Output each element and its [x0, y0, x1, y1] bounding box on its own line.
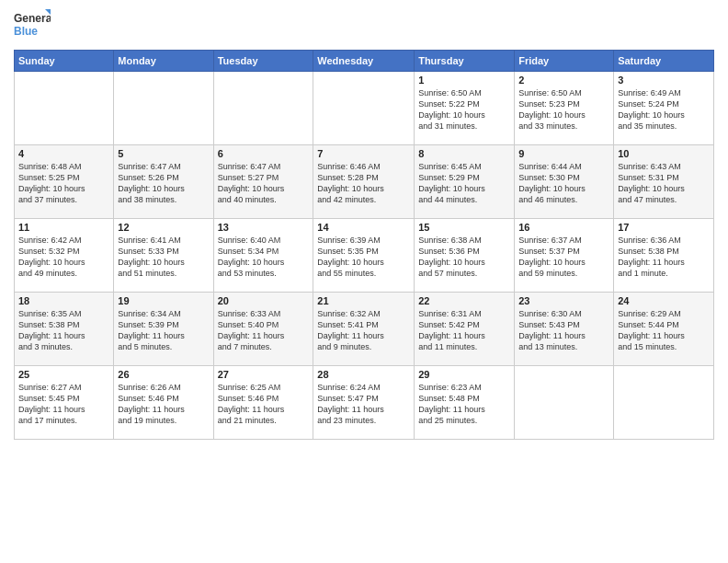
day-number: 20	[218, 295, 310, 306]
cell-5-3: 27Sunrise: 6:25 AM Sunset: 5:46 PM Dayli…	[213, 366, 313, 440]
cell-5-2: 26Sunrise: 6:26 AM Sunset: 5:46 PM Dayli…	[114, 366, 213, 440]
cell-4-2: 19Sunrise: 6:34 AM Sunset: 5:39 PM Dayli…	[114, 293, 213, 366]
cell-2-2: 5Sunrise: 6:47 AM Sunset: 5:26 PM Daylig…	[114, 145, 213, 219]
cell-5-1: 25Sunrise: 6:27 AM Sunset: 5:45 PM Dayli…	[15, 366, 114, 440]
week-row-5: 25Sunrise: 6:27 AM Sunset: 5:45 PM Dayli…	[15, 366, 714, 440]
cell-2-7: 10Sunrise: 6:43 AM Sunset: 5:31 PM Dayli…	[614, 145, 714, 219]
day-info: Sunrise: 6:39 AM Sunset: 5:35 PM Dayligh…	[317, 235, 410, 280]
day-info: Sunrise: 6:29 AM Sunset: 5:44 PM Dayligh…	[618, 308, 710, 353]
day-number: 28	[317, 369, 410, 380]
day-number: 18	[18, 295, 109, 306]
day-number: 24	[618, 295, 710, 306]
cell-1-2	[114, 72, 213, 145]
cell-1-7: 3Sunrise: 6:49 AM Sunset: 5:24 PM Daylig…	[614, 72, 714, 145]
day-info: Sunrise: 6:30 AM Sunset: 5:43 PM Dayligh…	[518, 308, 609, 353]
cell-4-3: 20Sunrise: 6:33 AM Sunset: 5:40 PM Dayli…	[213, 293, 313, 366]
day-number: 9	[518, 148, 609, 159]
day-info: Sunrise: 6:36 AM Sunset: 5:38 PM Dayligh…	[618, 235, 710, 280]
day-number: 5	[118, 148, 209, 159]
cell-3-3: 13Sunrise: 6:40 AM Sunset: 5:34 PM Dayli…	[213, 219, 313, 293]
cell-3-2: 12Sunrise: 6:41 AM Sunset: 5:33 PM Dayli…	[114, 219, 213, 293]
svg-text:Blue: Blue	[14, 25, 38, 38]
day-info: Sunrise: 6:44 AM Sunset: 5:30 PM Dayligh…	[518, 161, 609, 206]
logo-svg: General Blue	[14, 9, 51, 42]
cell-2-1: 4Sunrise: 6:48 AM Sunset: 5:25 PM Daylig…	[15, 145, 114, 219]
day-info: Sunrise: 6:25 AM Sunset: 5:46 PM Dayligh…	[218, 382, 310, 427]
day-number: 11	[18, 222, 109, 233]
cell-4-6: 23Sunrise: 6:30 AM Sunset: 5:43 PM Dayli…	[515, 293, 614, 366]
day-info: Sunrise: 6:33 AM Sunset: 5:40 PM Dayligh…	[218, 308, 310, 353]
page: General Blue SundayMondayTuesdayWednesda…	[0, 0, 728, 563]
day-number: 22	[418, 295, 510, 306]
cell-5-4: 28Sunrise: 6:24 AM Sunset: 5:47 PM Dayli…	[313, 366, 415, 440]
day-info: Sunrise: 6:26 AM Sunset: 5:46 PM Dayligh…	[118, 382, 209, 427]
cell-3-6: 16Sunrise: 6:37 AM Sunset: 5:37 PM Dayli…	[515, 219, 614, 293]
day-number: 21	[317, 295, 410, 306]
calendar: SundayMondayTuesdayWednesdayThursdayFrid…	[14, 50, 714, 440]
day-info: Sunrise: 6:35 AM Sunset: 5:38 PM Dayligh…	[18, 308, 109, 353]
day-number: 1	[418, 75, 510, 86]
cell-5-7	[614, 366, 714, 440]
day-number: 8	[418, 148, 510, 159]
day-number: 15	[418, 222, 510, 233]
header-thursday: Thursday	[415, 51, 515, 72]
week-row-1: 1Sunrise: 6:50 AM Sunset: 5:22 PM Daylig…	[15, 72, 714, 145]
day-number: 2	[518, 75, 609, 86]
day-info: Sunrise: 6:31 AM Sunset: 5:42 PM Dayligh…	[418, 308, 510, 353]
day-info: Sunrise: 6:46 AM Sunset: 5:28 PM Dayligh…	[317, 161, 410, 206]
day-number: 3	[618, 75, 710, 86]
day-info: Sunrise: 6:37 AM Sunset: 5:37 PM Dayligh…	[518, 235, 609, 280]
day-number: 26	[118, 369, 209, 380]
cell-1-3	[213, 72, 313, 145]
day-info: Sunrise: 6:48 AM Sunset: 5:25 PM Dayligh…	[18, 161, 109, 206]
svg-text:General: General	[14, 12, 51, 25]
day-info: Sunrise: 6:43 AM Sunset: 5:31 PM Dayligh…	[618, 161, 710, 206]
day-info: Sunrise: 6:40 AM Sunset: 5:34 PM Dayligh…	[218, 235, 310, 280]
day-info: Sunrise: 6:38 AM Sunset: 5:36 PM Dayligh…	[418, 235, 510, 280]
header-monday: Monday	[114, 51, 213, 72]
day-info: Sunrise: 6:23 AM Sunset: 5:48 PM Dayligh…	[418, 382, 510, 427]
cell-5-5: 29Sunrise: 6:23 AM Sunset: 5:48 PM Dayli…	[415, 366, 515, 440]
day-number: 19	[118, 295, 209, 306]
cell-3-4: 14Sunrise: 6:39 AM Sunset: 5:35 PM Dayli…	[313, 219, 415, 293]
cell-3-1: 11Sunrise: 6:42 AM Sunset: 5:32 PM Dayli…	[15, 219, 114, 293]
cell-3-7: 17Sunrise: 6:36 AM Sunset: 5:38 PM Dayli…	[614, 219, 714, 293]
day-number: 4	[18, 148, 109, 159]
day-info: Sunrise: 6:50 AM Sunset: 5:23 PM Dayligh…	[518, 87, 609, 132]
header-sunday: Sunday	[15, 51, 114, 72]
day-number: 23	[518, 295, 609, 306]
day-number: 25	[18, 369, 109, 380]
cell-5-6	[515, 366, 614, 440]
header: General Blue	[14, 9, 714, 42]
day-info: Sunrise: 6:49 AM Sunset: 5:24 PM Dayligh…	[618, 87, 710, 132]
day-number: 10	[618, 148, 710, 159]
header-friday: Friday	[515, 51, 614, 72]
day-number: 14	[317, 222, 410, 233]
day-info: Sunrise: 6:50 AM Sunset: 5:22 PM Dayligh…	[418, 87, 510, 132]
day-number: 16	[518, 222, 609, 233]
day-info: Sunrise: 6:47 AM Sunset: 5:26 PM Dayligh…	[118, 161, 209, 206]
week-row-3: 11Sunrise: 6:42 AM Sunset: 5:32 PM Dayli…	[15, 219, 714, 293]
day-info: Sunrise: 6:42 AM Sunset: 5:32 PM Dayligh…	[18, 235, 109, 280]
day-number: 27	[218, 369, 310, 380]
day-info: Sunrise: 6:24 AM Sunset: 5:47 PM Dayligh…	[317, 382, 410, 427]
week-row-2: 4Sunrise: 6:48 AM Sunset: 5:25 PM Daylig…	[15, 145, 714, 219]
day-number: 29	[418, 369, 510, 380]
day-info: Sunrise: 6:47 AM Sunset: 5:27 PM Dayligh…	[218, 161, 310, 206]
header-wednesday: Wednesday	[313, 51, 415, 72]
day-info: Sunrise: 6:34 AM Sunset: 5:39 PM Dayligh…	[118, 308, 209, 353]
cell-4-5: 22Sunrise: 6:31 AM Sunset: 5:42 PM Dayli…	[415, 293, 515, 366]
cell-4-1: 18Sunrise: 6:35 AM Sunset: 5:38 PM Dayli…	[15, 293, 114, 366]
cell-2-5: 8Sunrise: 6:45 AM Sunset: 5:29 PM Daylig…	[415, 145, 515, 219]
day-number: 17	[618, 222, 710, 233]
cell-4-7: 24Sunrise: 6:29 AM Sunset: 5:44 PM Dayli…	[614, 293, 714, 366]
cell-1-5: 1Sunrise: 6:50 AM Sunset: 5:22 PM Daylig…	[415, 72, 515, 145]
day-number: 6	[218, 148, 310, 159]
header-row: SundayMondayTuesdayWednesdayThursdayFrid…	[15, 51, 714, 72]
logo: General Blue	[14, 9, 51, 42]
cell-1-4	[313, 72, 415, 145]
header-tuesday: Tuesday	[213, 51, 313, 72]
day-number: 7	[317, 148, 410, 159]
cell-3-5: 15Sunrise: 6:38 AM Sunset: 5:36 PM Dayli…	[415, 219, 515, 293]
day-info: Sunrise: 6:32 AM Sunset: 5:41 PM Dayligh…	[317, 308, 410, 353]
